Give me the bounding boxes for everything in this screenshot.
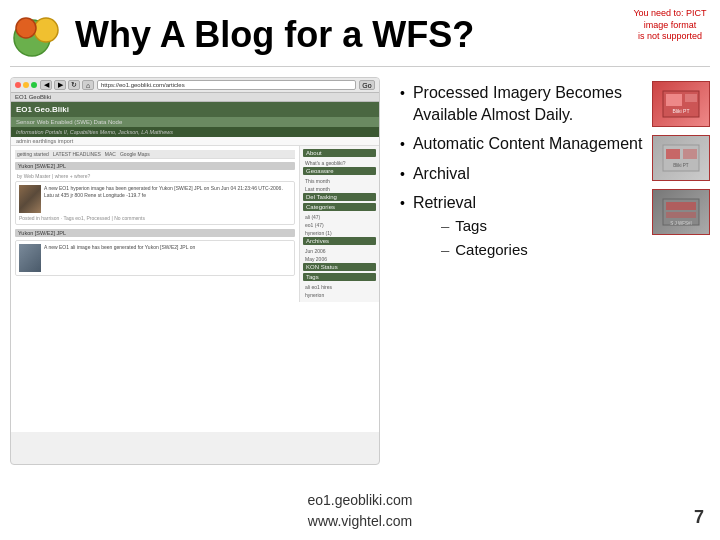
sidebar-about: About — [303, 149, 376, 157]
site-content: getting started LATEST HEADLINES MAC Goo… — [11, 146, 379, 302]
sub-bullet-text-1: Tags — [455, 216, 487, 236]
svg-text:Bliki PT: Bliki PT — [673, 163, 689, 168]
post1-meta: by Web Master | where + where? — [15, 173, 295, 179]
sidebar-item1: This month — [303, 177, 376, 185]
sidebar-what: What's a geobliki? — [303, 159, 376, 167]
sub-dash-2: – — [441, 240, 449, 260]
svg-rect-9 — [683, 149, 697, 159]
post2-text: A new EO1 ali image has been generated f… — [44, 244, 195, 272]
page-title: Why A Blog for a WFS? — [75, 14, 700, 56]
sidebar-cat3: hynerion (1) — [303, 229, 376, 237]
breadcrumb-nav: getting started LATEST HEADLINES MAC Goo… — [15, 150, 295, 159]
bullet-text-4: Retrieval — [413, 194, 476, 211]
right-images: Bliki PT Bliki PT S J WFS#I — [652, 77, 710, 465]
post1-text: A new EO1 hyperion image has been genera… — [44, 185, 291, 213]
footer-line1: eo1.geobliki.com — [307, 490, 412, 511]
img-placeholder-2: Bliki PT — [652, 135, 710, 181]
post1-footer: Posted in harrison · Tags eo1, Processed… — [19, 215, 291, 221]
bullet-2: • Automatic Content Management — [400, 133, 647, 155]
window-controls — [15, 82, 37, 88]
footer-text: eo1.geobliki.com www.vightel.com — [307, 490, 412, 532]
img-placeholder-3: S J WFS#I — [652, 189, 710, 235]
sidebar-item2: Last month — [303, 185, 376, 193]
sidebar-archives: Archives — [303, 237, 376, 245]
close-dot — [15, 82, 21, 88]
site-title: EO1 Geo.Bliki — [11, 102, 379, 117]
url-bar[interactable]: https://eo1.geobliki.com/articles — [97, 80, 356, 90]
svg-rect-12 — [666, 202, 696, 210]
maximize-dot — [31, 82, 37, 88]
bullet-4: • Retrieval – Tags – Categories — [400, 192, 647, 264]
svg-rect-8 — [666, 149, 680, 159]
svg-rect-13 — [666, 212, 696, 218]
logo-icon — [10, 10, 65, 60]
refresh-button[interactable]: ↻ — [68, 80, 80, 90]
post1-thumb — [19, 185, 41, 213]
slide-header: Why A Blog for a WFS? You need to: PICT … — [0, 0, 720, 66]
sidebar-geoaware: Geoaware — [303, 167, 376, 175]
post2-thumb — [19, 244, 41, 272]
svg-text:S J WFS#I: S J WFS#I — [670, 221, 692, 226]
site-tagline: admin earthlings import — [11, 137, 379, 146]
bullet-3: • Archival — [400, 163, 647, 185]
bullet-dot-1: • — [400, 84, 405, 103]
bullet-1: • Processed Imagery Becomes Available Al… — [400, 82, 647, 125]
site-description: Information Portals II, Capabilities Mem… — [11, 127, 379, 137]
sidebar-tags-list: ali eo1 hires hynerion — [303, 283, 376, 299]
svg-point-1 — [34, 18, 58, 42]
bullet-4-content: Retrieval – Tags – Categories — [413, 192, 528, 264]
sidebar-arch2: May 2006 — [303, 255, 376, 263]
img-placeholder-1: Bliki PT — [652, 81, 710, 127]
post1-title-bar: Yukon [SW/E2] JPL — [15, 162, 295, 170]
sub-dash-1: – — [441, 216, 449, 236]
post2-entry: A new EO1 ali image has been generated f… — [15, 240, 295, 276]
bullets-panel: • Processed Imagery Becomes Available Al… — [390, 77, 652, 465]
site-main: getting started LATEST HEADLINES MAC Goo… — [11, 146, 299, 302]
nav-buttons: ◀ ▶ ↻ ⌂ — [40, 80, 94, 90]
sub-bullet-text-2: Categories — [455, 240, 528, 260]
sidebar-del: Del Tasking — [303, 193, 376, 201]
bullet-text-1: Processed Imagery Becomes Available Almo… — [413, 82, 647, 125]
browser-toolbar: ◀ ▶ ↻ ⌂ https://eo1.geobliki.com/article… — [11, 78, 379, 93]
pict-notice: You need to: PICT image format is not su… — [630, 8, 710, 43]
footer: eo1.geobliki.com www.vightel.com 7 — [0, 490, 720, 532]
search-button[interactable]: Go — [359, 80, 375, 90]
main-content: ◀ ▶ ↻ ⌂ https://eo1.geobliki.com/article… — [0, 71, 720, 471]
sidebar-kon: KON Status — [303, 263, 376, 271]
bullet-dot-4: • — [400, 194, 405, 213]
svg-rect-5 — [685, 94, 697, 102]
sidebar-tags: Tags — [303, 273, 376, 281]
sidebar-categories: Categories — [303, 203, 376, 211]
minimize-dot — [23, 82, 29, 88]
site-subtitle: Sensor Web Enabled (SWE) Data Node — [11, 117, 379, 127]
svg-text:Bliki PT: Bliki PT — [673, 108, 690, 114]
sub-bullet-2: – Categories — [441, 240, 528, 260]
svg-rect-4 — [666, 94, 682, 106]
post2-title-bar: Yukon [SW/E2] JPL — [15, 229, 295, 237]
back-button[interactable]: ◀ — [40, 80, 52, 90]
footer-line2: www.vightel.com — [307, 511, 412, 532]
tab-bar: EO1 GeoBliki — [11, 93, 379, 102]
sidebar-cat2: eo1 (47) — [303, 221, 376, 229]
right-panel: • Processed Imagery Becomes Available Al… — [390, 77, 710, 465]
site-sidebar: About What's a geobliki? Geoaware This m… — [299, 146, 379, 302]
bullet-text-3: Archival — [413, 163, 470, 185]
home-button[interactable]: ⌂ — [82, 80, 94, 90]
svg-point-2 — [16, 18, 36, 38]
sidebar-cat1: ali (47) — [303, 213, 376, 221]
sub-bullets: – Tags – Categories — [441, 216, 528, 261]
forward-button[interactable]: ▶ — [54, 80, 66, 90]
bullet-text-2: Automatic Content Management — [413, 133, 642, 155]
bullet-dot-2: • — [400, 135, 405, 154]
bullet-dot-3: • — [400, 165, 405, 184]
page-number: 7 — [694, 507, 704, 528]
browser-body: EO1 Geo.Bliki Sensor Web Enabled (SWE) D… — [11, 102, 379, 432]
sub-bullet-1: – Tags — [441, 216, 528, 236]
browser-screenshot: ◀ ▶ ↻ ⌂ https://eo1.geobliki.com/article… — [10, 77, 380, 465]
post1-entry: A new EO1 hyperion image has been genera… — [15, 181, 295, 225]
sidebar-arch1: Jun 2006 — [303, 247, 376, 255]
